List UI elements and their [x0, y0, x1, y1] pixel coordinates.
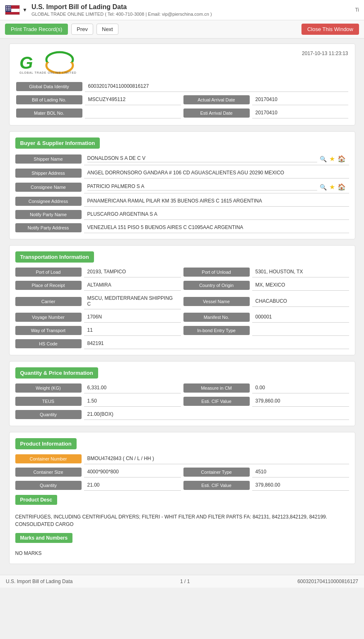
consignee-name-row: Consignee Name PATRICIO PALMERO S A 🔍 ★ … — [15, 181, 349, 193]
vessel-name-label: Vessel Name — [183, 297, 250, 306]
container-size-value: 4000*900*800 — [84, 467, 181, 477]
manifest-no-value: 000001 — [252, 312, 349, 323]
port-of-unload-label: Port of Unload — [183, 268, 250, 277]
notify-party-address-value: VENEZUELA 151 PISO 5 BUENOS AIRES C C109… — [84, 222, 349, 233]
actual-arrival-label: Actual Arrival Date — [183, 95, 250, 104]
search-icon[interactable]: 🔍 — [320, 156, 327, 162]
svg-point-7 — [6, 8, 7, 9]
consignee-home-icon[interactable]: 🏠 — [337, 183, 346, 191]
esti-cif-label: Esti. CIF Value — [183, 397, 250, 406]
gtc-logo: G GLOBAL TRADE ONLINE LIMITED — [16, 51, 87, 75]
home-icon[interactable]: 🏠 — [337, 155, 346, 163]
container-number-row: Container Number BMOU4742843 ( CN / L / … — [15, 453, 349, 464]
transportation-section: Transportation Information Port of Load … — [9, 245, 355, 355]
star-icon[interactable]: ★ — [329, 155, 335, 163]
footer-center: 1 / 1 — [180, 579, 190, 584]
country-of-origin-value: MX, MEXICO — [252, 280, 349, 291]
record-datetime: 2017-10-13 11:23:13 — [302, 51, 348, 56]
bill-arrival-row: Bill of Lading No. MSCUZY495112 Actual A… — [16, 94, 348, 105]
svg-point-11 — [8, 10, 9, 10]
record-card: G GLOBAL TRADE ONLINE LIMITED 2017-10-13… — [9, 43, 355, 125]
product-esti-cif-value: 379,860.00 — [252, 480, 349, 491]
manifest-no-label: Manifest No. — [183, 313, 250, 322]
mater-esti-row: Mater BOL No. Esti Arrival Date 20170410 — [16, 108, 348, 118]
quantity-value: 21.00(BOX) — [84, 409, 349, 420]
quantity-price-section: Quantity & Price Information Weight (KG)… — [9, 361, 355, 426]
buyer-supplier-title: Buyer & Supplier Information — [15, 137, 100, 149]
hs-code-label: HS Code — [15, 339, 82, 348]
container-type-label: Container Type — [183, 468, 250, 477]
receipt-origin-row: Place of Receipt ALTAMIRA Country of Ori… — [15, 280, 349, 291]
next-button[interactable]: Next — [96, 24, 118, 35]
port-of-load-label: Port of Load — [15, 268, 82, 277]
consignee-name-row-value: PATRICIO PALMERO S A 🔍 ★ 🏠 — [84, 181, 349, 193]
footer-left: U.S. Import Bill of Lading Data — [6, 579, 72, 584]
svg-point-10 — [6, 10, 7, 10]
consignee-address-value: PANAMERICANA RAMAL PILAR KM 35 BUENOS AI… — [84, 196, 349, 207]
marks-label: Marks and Numbers — [15, 533, 73, 543]
toolbar: Print Trade Record(s) Prev Next Close Th… — [0, 20, 364, 39]
notify-party-name-label: Notify Party Name — [15, 210, 82, 219]
consignee-search-icon[interactable]: 🔍 — [320, 184, 327, 190]
logo-area: G GLOBAL TRADE ONLINE LIMITED — [16, 51, 87, 75]
measure-label: Measure in CM — [183, 383, 250, 393]
port-of-load-value: 20193, TAMPICO — [84, 267, 181, 277]
footer-right: 6003201704110000816127 — [297, 579, 358, 584]
transport-inbond-row: Way of Transport 11 In-bond Entry Type — [15, 325, 349, 336]
dropdown-icon[interactable]: ▼ — [22, 7, 27, 13]
product-desc-label: Product Desc — [15, 495, 57, 505]
mater-bol-value — [85, 108, 181, 118]
shipper-name-value: DONALDSON S A DE C V — [87, 155, 317, 162]
weight-label: Weight (KG) — [15, 383, 82, 393]
consignee-address-label: Consignee Address — [15, 197, 82, 206]
svg-point-14 — [46, 52, 73, 67]
way-of-transport-label: Way of Transport — [15, 326, 82, 335]
global-data-identity-value: 6003201704110000816127 — [85, 81, 348, 92]
svg-point-9 — [10, 8, 10, 9]
vessel-name-value: CHACABUCO — [252, 296, 349, 307]
weight-value: 6,331.00 — [84, 383, 181, 393]
notify-party-name-value: PLUSCARGO ARGENTINA S A — [84, 209, 349, 220]
app-subtitle: GLOBAL TRADE ONLINE LIMITED ( Tel: 400-7… — [31, 12, 212, 17]
esti-arrival-value: 20170410 — [252, 108, 348, 118]
close-button[interactable]: Close This Window — [301, 24, 359, 35]
svg-point-6 — [10, 6, 10, 7]
consignee-name-label: Consignee Name — [15, 183, 82, 192]
carrier-vessel-row: Carrier MSCU, MEDITERRANEAN SHIPPING C V… — [15, 293, 349, 309]
way-of-transport-value: 11 — [84, 325, 181, 336]
notify-party-address-label: Notify Party Address — [15, 223, 82, 232]
measure-value: 0.00 — [252, 383, 349, 393]
global-data-identity-label: Global Data Identity — [16, 82, 82, 91]
inbond-entry-value — [252, 325, 349, 336]
print-button[interactable]: Print Trade Record(s) — [5, 24, 68, 35]
transportation-title: Transportation Information — [15, 251, 94, 263]
mater-bol-label: Mater BOL No. — [16, 109, 82, 118]
bill-of-lading-value: MSCUZY495112 — [85, 94, 181, 105]
esti-arrival-label: Esti Arrival Date — [183, 109, 250, 118]
product-title: Product Information — [15, 438, 77, 449]
port-load-unload-row: Port of Load 20193, TAMPICO Port of Unlo… — [15, 267, 349, 277]
consignee-address-row: Consignee Address PANAMERICANA RAMAL PIL… — [15, 196, 349, 207]
place-of-receipt-label: Place of Receipt — [15, 281, 82, 290]
shipper-name-label: Shipper Name — [15, 154, 82, 164]
consignee-star-icon[interactable]: ★ — [329, 183, 335, 191]
actual-arrival-value: 20170410 — [252, 94, 348, 105]
global-data-identity-row: Global Data Identity 6003201704110000816… — [16, 81, 348, 92]
quantity-price-title: Quantity & Price Information — [15, 367, 98, 379]
svg-text:G: G — [19, 53, 33, 72]
notify-party-address-row: Notify Party Address VENEZUELA 151 PISO … — [15, 222, 349, 233]
marks-value: NO MARKS — [15, 549, 349, 558]
hs-code-value: 842191 — [84, 338, 349, 349]
product-qty-cif-row: Quantity 21.00 Esti. CIF Value 379,860.0… — [15, 480, 349, 491]
flag-icon — [5, 5, 20, 15]
prev-button[interactable]: Prev — [71, 24, 93, 35]
carrier-label: Carrier — [15, 297, 82, 306]
shipper-address-label: Shipper Address — [15, 169, 82, 178]
shipper-name-row: Shipper Name DONALDSON S A DE C V 🔍 ★ 🏠 — [15, 153, 349, 165]
quantity-label: Quantity — [15, 410, 82, 419]
teus-label: TEUS — [15, 397, 82, 406]
container-type-value: 4510 — [252, 467, 349, 477]
container-size-type-row: Container Size 4000*900*800 Container Ty… — [15, 467, 349, 477]
esti-cif-value: 379,860.00 — [252, 396, 349, 407]
svg-point-5 — [8, 6, 9, 7]
